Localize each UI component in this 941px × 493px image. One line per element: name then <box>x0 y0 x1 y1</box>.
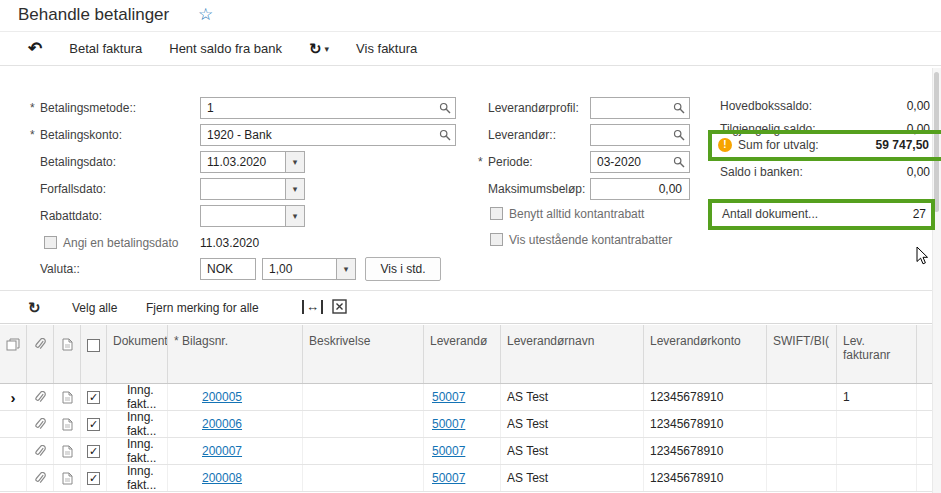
leverandor-link[interactable]: 50007 <box>432 471 465 485</box>
select-all-checkbox[interactable] <box>87 339 100 352</box>
cell-dokument: Inng. fakt... <box>107 465 168 491</box>
cell-leverandorkonto: 12345678910 <box>644 384 767 410</box>
vis-kontantrabatter-checkbox[interactable] <box>490 233 503 246</box>
betal-faktura-button[interactable]: Betal faktura <box>69 41 142 56</box>
header-bilagsnr[interactable]: * Bilagsnr. <box>168 325 303 383</box>
fit-to-width-icon[interactable]: ↔ <box>302 300 323 314</box>
required-marker: * <box>478 155 488 169</box>
mouse-cursor <box>916 246 929 270</box>
betalingsdato-input[interactable]: 11.03.2020 ▾ <box>200 151 305 173</box>
date-dropdown-icon[interactable]: ▾ <box>285 179 304 199</box>
valuta-currency-input[interactable]: NOK <box>200 258 256 280</box>
header-swift-bic[interactable]: SWIFT/BI( <box>767 325 837 383</box>
cell-bilagsnr: 200006 <box>168 411 303 437</box>
row-checkbox-cell: ✓ <box>81 465 107 491</box>
row-selector-header-icon[interactable] <box>0 325 27 383</box>
cell-beskrivelse <box>303 411 424 437</box>
betalingskonto-input[interactable]: 1920 - Bank <box>200 124 456 146</box>
antall-dokument-value: 27 <box>776 207 926 221</box>
cell-leverandorkonto: 12345678910 <box>644 438 767 464</box>
periode-input[interactable]: 03-2020 <box>590 151 690 173</box>
angi-betalingsdato-checkbox[interactable] <box>44 236 57 249</box>
hent-saldo-fra-bank-button[interactable]: Hent saldo fra bank <box>169 41 282 56</box>
note-icon[interactable] <box>54 411 81 437</box>
forfallsdato-label: Forfallsdato: <box>30 178 106 200</box>
betalingsmetode-input[interactable]: 1 <box>200 97 456 119</box>
refresh-dropdown-button[interactable]: ↻ ▾ <box>309 40 329 58</box>
row-indicator-cell <box>0 465 27 491</box>
leverandor-link[interactable]: 50007 <box>432 390 465 404</box>
paperclip-icon[interactable] <box>27 411 54 437</box>
valuta-rate-input[interactable]: 1,00 ▾ <box>262 258 356 280</box>
paperclip-icon[interactable] <box>27 438 54 464</box>
bilagsnr-link[interactable]: 200005 <box>202 390 242 404</box>
valuta-label: Valuta:: <box>30 258 80 280</box>
cell-swift-bic <box>767 411 837 437</box>
export-to-excel-icon[interactable] <box>332 299 347 317</box>
date-dropdown-icon[interactable]: ▾ <box>285 152 304 172</box>
table-row[interactable]: ✓ Inng. fakt... 200007 50007 AS Test 123… <box>0 438 941 465</box>
bilagsnr-link[interactable]: 200006 <box>202 417 242 431</box>
header-leverandornavn[interactable]: Leverandørnavn <box>501 325 644 383</box>
lookup-magnifier-icon[interactable] <box>673 102 685 117</box>
leverandor-input[interactable] <box>590 124 690 146</box>
header-dokument[interactable]: Dokument <box>107 325 168 383</box>
leverandorprofil-label: Leverandørprofil: <box>478 97 579 119</box>
table-row[interactable]: ✓ Inng. fakt... 200006 50007 AS Test 123… <box>0 411 941 438</box>
bilagsnr-link[interactable]: 200007 <box>202 444 242 458</box>
cell-beskrivelse <box>303 465 424 491</box>
note-icon[interactable] <box>54 384 81 410</box>
leverandor-link[interactable]: 50007 <box>432 444 465 458</box>
note-icon[interactable] <box>54 465 81 491</box>
bilagsnr-link[interactable]: 200008 <box>202 471 242 485</box>
paperclip-icon[interactable] <box>27 384 54 410</box>
vis-faktura-button[interactable]: Vis faktura <box>356 41 417 56</box>
leverandorprofil-input[interactable] <box>590 97 690 119</box>
header-lev-fakturanr[interactable]: Lev. fakturanr <box>837 325 917 383</box>
cell-lev-fakturanr <box>837 465 917 491</box>
vis-kontantrabatter-label: Vis utestående kontantrabatter <box>509 229 672 251</box>
undo-icon[interactable]: ↶ <box>28 40 42 57</box>
row-checkbox[interactable]: ✓ <box>87 418 100 431</box>
vis-i-std-button[interactable]: Vis i std. <box>365 257 441 281</box>
cell-dokument: Inng. fakt... <box>107 438 168 464</box>
cell-leverandornavn: AS Test <box>501 384 644 410</box>
rate-dropdown-icon[interactable]: ▾ <box>336 259 355 279</box>
row-checkbox[interactable]: ✓ <box>87 391 100 404</box>
forfallsdato-input[interactable]: ▾ <box>200 178 305 200</box>
cell-dokument: Inng. fakt... <box>107 411 168 437</box>
lookup-magnifier-icon[interactable] <box>673 156 685 171</box>
note-header-icon[interactable] <box>54 325 81 383</box>
grid-refresh-icon[interactable]: ↻ <box>28 299 41 317</box>
leverandor-link[interactable]: 50007 <box>432 417 465 431</box>
current-row-indicator: › <box>0 384 27 410</box>
row-indicator-cell <box>0 411 27 437</box>
date-dropdown-icon[interactable]: ▾ <box>285 206 304 226</box>
row-checkbox[interactable]: ✓ <box>87 472 100 485</box>
cell-beskrivelse <box>303 384 424 410</box>
favorite-star-icon[interactable]: ☆ <box>198 4 213 25</box>
lookup-magnifier-icon[interactable] <box>673 129 685 144</box>
header-beskrivelse[interactable]: Beskrivelse <box>303 325 424 383</box>
table-row[interactable]: › ✓ Inng. fakt... 200005 50007 AS Test 1… <box>0 384 941 411</box>
note-icon[interactable] <box>54 438 81 464</box>
hovedbokssaldo-value: 0,00 <box>780 99 930 113</box>
lookup-magnifier-icon[interactable] <box>439 129 451 144</box>
header-leverandorkonto[interactable]: Leverandørkonto <box>644 325 767 383</box>
cell-leverandornavn: AS Test <box>501 438 644 464</box>
velg-alle-button[interactable]: Velg alle <box>66 300 123 316</box>
angi-betalingsdato-label: Angi en betalingsdato <box>63 232 178 254</box>
header-leverandor[interactable]: Leverandø <box>424 325 501 383</box>
main-toolbar: ↶ Betal faktura Hent saldo fra bank ↻ ▾ … <box>0 32 941 66</box>
maksimumsbelop-input[interactable]: 0,00 <box>590 178 690 200</box>
paperclip-icon[interactable] <box>27 465 54 491</box>
table-row[interactable]: ✓ Inng. fakt... 200008 50007 AS Test 123… <box>0 465 941 492</box>
fjern-merking-button[interactable]: Fjern merking for alle <box>140 300 265 316</box>
betalingskonto-label: * Betalingskonto: <box>30 124 122 146</box>
lookup-magnifier-icon[interactable] <box>439 102 451 117</box>
benytt-kontantrabatt-checkbox[interactable] <box>490 207 503 220</box>
rabattdato-input[interactable]: ▾ <box>200 205 305 227</box>
row-checkbox[interactable]: ✓ <box>87 445 100 458</box>
paperclip-header-icon[interactable] <box>27 325 54 383</box>
rabattdato-label: Rabattdato: <box>30 205 102 227</box>
